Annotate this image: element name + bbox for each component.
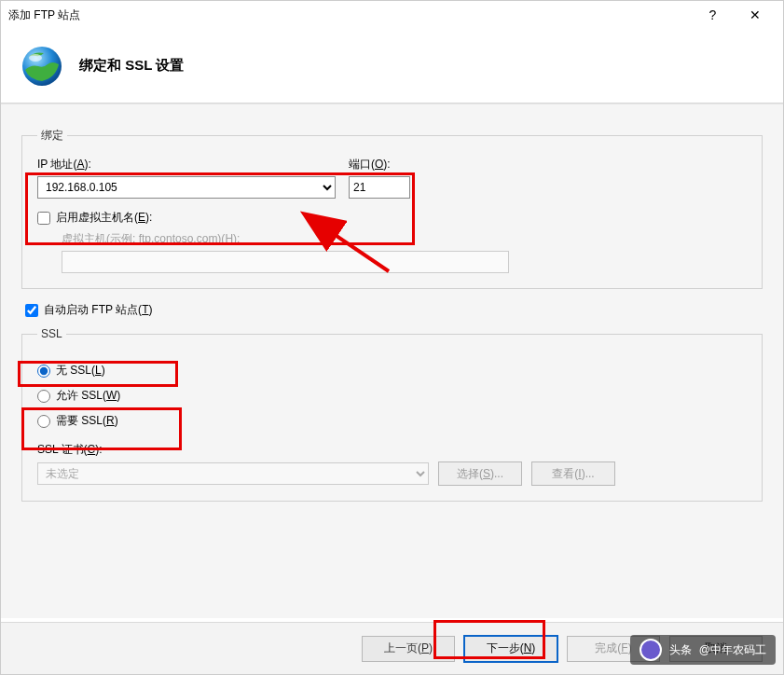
ssl-none-radio[interactable] <box>37 365 50 378</box>
previous-button[interactable]: 上一页(P) <box>362 636 455 662</box>
watermark-prefix: 头条 <box>669 642 692 658</box>
content-area: 绑定 IP 地址(A): 192.168.0.105 端口(O): <box>1 103 783 618</box>
binding-group: 绑定 IP 地址(A): 192.168.0.105 端口(O): <box>21 128 763 289</box>
titlebar: 添加 FTP 站点 ? ✕ <box>1 1 783 29</box>
watermark: 头条 @中年农码工 <box>630 635 776 665</box>
help-button[interactable]: ? <box>692 2 734 28</box>
next-button[interactable]: 下一步(N) <box>464 636 557 662</box>
virtual-host-input <box>62 251 509 273</box>
ip-address-select[interactable]: 192.168.0.105 <box>37 176 336 199</box>
svg-point-1 <box>29 54 42 62</box>
port-input[interactable] <box>349 176 410 199</box>
ssl-cert-select[interactable]: 未选定 <box>37 462 429 485</box>
watermark-author: @中年农码工 <box>699 642 766 658</box>
auto-start-label: 自动启动 FTP 站点(T) <box>44 302 152 318</box>
ssl-legend: SSL <box>37 327 66 340</box>
ssl-require-radio[interactable] <box>37 415 50 428</box>
ssl-allow-radio[interactable] <box>37 390 50 403</box>
header: 绑定和 SSL 设置 <box>1 29 783 103</box>
port-label: 端口(O): <box>349 157 410 172</box>
binding-legend: 绑定 <box>37 128 67 144</box>
ssl-group: SSL 无 SSL(L) 允许 SSL(W) 需要 SSL(R) <box>21 327 763 502</box>
avatar-icon <box>640 639 662 661</box>
virtual-host-hint: 虚拟主机(示例: ftp.contoso.com)(H): <box>62 231 747 247</box>
globe-icon <box>20 44 64 89</box>
ssl-none-label: 无 SSL(L) <box>56 363 105 379</box>
window-title: 添加 FTP 站点 <box>8 7 692 23</box>
auto-start-checkbox[interactable] <box>25 304 38 317</box>
select-cert-button: 选择(S)... <box>438 461 522 486</box>
view-cert-button: 查看(I)... <box>531 461 615 486</box>
enable-virtual-host-checkbox[interactable] <box>37 212 50 225</box>
enable-virtual-host-label: 启用虚拟主机名(E): <box>56 210 152 226</box>
page-title: 绑定和 SSL 设置 <box>79 57 184 75</box>
ssl-allow-label: 允许 SSL(W) <box>56 388 120 404</box>
ip-address-label: IP 地址(A): <box>37 157 336 172</box>
dialog-window: 添加 FTP 站点 ? ✕ 绑定和 SSL 设置 <box>0 0 784 675</box>
ssl-require-label: 需要 SSL(R) <box>56 413 118 429</box>
close-button[interactable]: ✕ <box>734 2 776 28</box>
ssl-cert-label: SSL 证书(C): <box>37 442 747 458</box>
